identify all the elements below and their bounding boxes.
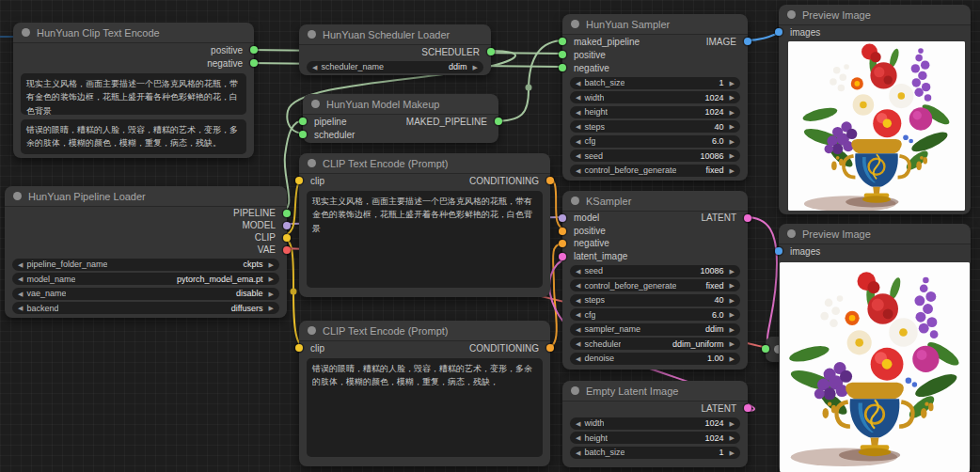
widget-control-before-generate[interactable]: ◀control_before_generatefixed▶ bbox=[570, 279, 740, 291]
port-images-input[interactable] bbox=[775, 28, 782, 36]
next-arrow-icon[interactable]: ▶ bbox=[269, 305, 274, 311]
node-clip-text-encode-positive[interactable]: CLIP Text Encode (Prompt) clipCONDITIONI… bbox=[299, 153, 550, 297]
prev-arrow-icon[interactable]: ◀ bbox=[576, 109, 580, 116]
next-arrow-icon[interactable]: ▶ bbox=[730, 123, 735, 130]
collapse-dot[interactable] bbox=[787, 10, 796, 19]
next-arrow-icon[interactable]: ▶ bbox=[730, 326, 735, 333]
widget-steps[interactable]: ◀steps40▶ bbox=[570, 120, 740, 133]
port-positive-input[interactable] bbox=[559, 51, 566, 58]
node-hunyuan-sampler[interactable]: HunYuan Sampler maked_pipelineIMAGE posi… bbox=[562, 14, 748, 181]
port-images-input[interactable] bbox=[775, 247, 782, 255]
port-clip-input[interactable] bbox=[295, 344, 303, 352]
prev-arrow-icon[interactable]: ◀ bbox=[18, 305, 23, 311]
next-arrow-icon[interactable]: ▶ bbox=[269, 291, 274, 297]
widget-height[interactable]: ◀height1024▶ bbox=[570, 432, 740, 444]
prev-arrow-icon[interactable]: ◀ bbox=[576, 311, 580, 318]
next-arrow-icon[interactable]: ▶ bbox=[730, 282, 735, 289]
next-arrow-icon[interactable]: ▶ bbox=[730, 420, 735, 427]
next-arrow-icon[interactable]: ▶ bbox=[730, 355, 735, 362]
prev-arrow-icon[interactable]: ◀ bbox=[576, 282, 580, 289]
port-vae-output[interactable] bbox=[283, 246, 291, 254]
next-arrow-icon[interactable]: ▶ bbox=[730, 297, 735, 304]
port-positive-output[interactable] bbox=[250, 46, 258, 54]
prev-arrow-icon[interactable]: ◀ bbox=[576, 80, 580, 87]
prev-arrow-icon[interactable]: ◀ bbox=[576, 355, 580, 362]
node-hunyuan-pipeline-loader[interactable]: HunYuan Pipeline Loader PIPELINE MODEL C… bbox=[5, 186, 287, 318]
widget-width[interactable]: ◀width1024▶ bbox=[570, 417, 740, 430]
collapse-dot[interactable] bbox=[311, 100, 320, 108]
widget-sampler-name[interactable]: ◀sampler_nameddim▶ bbox=[570, 323, 740, 336]
widget-scheduler-name[interactable]: ◀scheduler_nameddim▶ bbox=[307, 61, 483, 73]
port-image-output[interactable] bbox=[744, 38, 751, 45]
negative-prompt-textarea[interactable]: 错误的眼睛，糟糕的人脸，毁容，糟糕的艺术，变形，多余的肢体，模糊的颜色，模糊，重… bbox=[21, 119, 246, 154]
widget-seed[interactable]: ◀seed10086▶ bbox=[570, 149, 740, 162]
next-arrow-icon[interactable]: ▶ bbox=[730, 152, 735, 159]
prev-arrow-icon[interactable]: ◀ bbox=[576, 94, 580, 101]
next-arrow-icon[interactable]: ▶ bbox=[730, 340, 735, 347]
prev-arrow-icon[interactable]: ◀ bbox=[576, 420, 580, 427]
port-negative-output[interactable] bbox=[250, 59, 258, 67]
prev-arrow-icon[interactable]: ◀ bbox=[576, 138, 580, 145]
prev-arrow-icon[interactable]: ◀ bbox=[576, 152, 580, 159]
collapse-dot[interactable] bbox=[22, 28, 30, 37]
next-arrow-icon[interactable]: ▶ bbox=[730, 434, 735, 441]
port-negative-input[interactable] bbox=[559, 240, 566, 247]
collapse-dot[interactable] bbox=[571, 197, 579, 205]
port-scheduler-output[interactable] bbox=[487, 48, 495, 55]
next-arrow-icon[interactable]: ▶ bbox=[730, 138, 735, 145]
port-conditioning-output[interactable] bbox=[546, 177, 554, 184]
port-pipeline-output[interactable] bbox=[283, 210, 291, 217]
prev-arrow-icon[interactable]: ◀ bbox=[576, 268, 580, 275]
next-arrow-icon[interactable]: ▶ bbox=[730, 449, 735, 456]
widget-backend[interactable]: ◀backenddiffusers▶ bbox=[12, 302, 279, 314]
node-graph-canvas[interactable]: HunYuan Clip Text Encode positive negati… bbox=[0, 0, 980, 472]
port-scheduler-input[interactable] bbox=[299, 131, 307, 138]
port-model-input[interactable] bbox=[559, 214, 566, 222]
port-clip-input[interactable] bbox=[295, 177, 303, 184]
next-arrow-icon[interactable]: ▶ bbox=[730, 80, 735, 87]
node-hunyuan-scheduler-loader[interactable]: HunYuan Scheduler Loader SCHEDULER ◀sche… bbox=[299, 24, 491, 75]
node-ksampler[interactable]: KSampler modelLATENT positive negative l… bbox=[562, 191, 748, 370]
node-hunyuan-clip-text-encode[interactable]: HunYuan Clip Text Encode positive negati… bbox=[13, 23, 254, 158]
port-latent-image-input[interactable] bbox=[559, 253, 566, 260]
collapse-dot[interactable] bbox=[787, 229, 796, 238]
widget-steps[interactable]: ◀steps40▶ bbox=[570, 294, 740, 307]
prev-arrow-icon[interactable]: ◀ bbox=[576, 340, 580, 347]
port-collapsed-input[interactable] bbox=[762, 345, 769, 353]
widget-vae-name[interactable]: ◀vae_namedisable▶ bbox=[12, 288, 279, 300]
port-latent-output[interactable] bbox=[744, 214, 751, 222]
positive-prompt-textarea[interactable]: 现实主义风格，画面主要描述一个巴洛克风格的花瓶，带有金色的装饰边框，花瓶上盛开着… bbox=[21, 73, 246, 115]
widget-cfg[interactable]: ◀cfg6.0▶ bbox=[570, 308, 740, 321]
collapse-dot[interactable] bbox=[571, 20, 579, 28]
port-positive-input[interactable] bbox=[559, 228, 566, 235]
widget-seed[interactable]: ◀seed10086▶ bbox=[570, 265, 740, 277]
collapse-dot[interactable] bbox=[308, 30, 316, 39]
widget-denoise[interactable]: ◀denoise1.00▶ bbox=[570, 353, 740, 365]
node-preview-image-top[interactable]: Preview Image images bbox=[779, 5, 971, 214]
prev-arrow-icon[interactable]: ◀ bbox=[18, 261, 23, 268]
next-arrow-icon[interactable]: ▶ bbox=[730, 268, 735, 275]
collapse-dot[interactable] bbox=[308, 326, 316, 335]
port-clip-output[interactable] bbox=[283, 234, 291, 242]
prompt-textarea[interactable]: 错误的眼睛，糟糕的人脸，毁容，糟糕的艺术，变形，多余的肢体，模糊的颜色，模糊，重… bbox=[307, 358, 543, 457]
next-arrow-icon[interactable]: ▶ bbox=[730, 94, 735, 101]
prev-arrow-icon[interactable]: ◀ bbox=[576, 449, 580, 456]
prev-arrow-icon[interactable]: ◀ bbox=[18, 275, 23, 282]
widget-height[interactable]: ◀height1024▶ bbox=[570, 106, 740, 118]
prev-arrow-icon[interactable]: ◀ bbox=[576, 326, 580, 333]
port-conditioning-output[interactable] bbox=[546, 344, 554, 352]
port-latent-output[interactable] bbox=[744, 404, 751, 412]
prev-arrow-icon[interactable]: ◀ bbox=[576, 297, 580, 304]
next-arrow-icon[interactable]: ▶ bbox=[473, 64, 478, 71]
widget-batch-size[interactable]: ◀batch_size1▶ bbox=[570, 447, 740, 459]
collapse-dot[interactable] bbox=[13, 192, 22, 200]
port-model-output[interactable] bbox=[283, 222, 291, 229]
next-arrow-icon[interactable]: ▶ bbox=[730, 311, 735, 318]
node-empty-latent-image[interactable]: Empty Latent Image LATENT ◀width1024▶ ◀h… bbox=[562, 381, 748, 467]
widget-cfg[interactable]: ◀cfg6.0▶ bbox=[570, 135, 740, 148]
widget-scheduler[interactable]: ◀schedulerddim_uniform▶ bbox=[570, 338, 740, 350]
port-pipeline-input[interactable] bbox=[299, 118, 307, 125]
node-preview-image-bottom[interactable]: Preview Image images bbox=[779, 224, 971, 472]
widget-control-before-generate[interactable]: ◀control_before_generatefixed▶ bbox=[570, 165, 740, 177]
collapse-dot[interactable] bbox=[308, 159, 316, 167]
